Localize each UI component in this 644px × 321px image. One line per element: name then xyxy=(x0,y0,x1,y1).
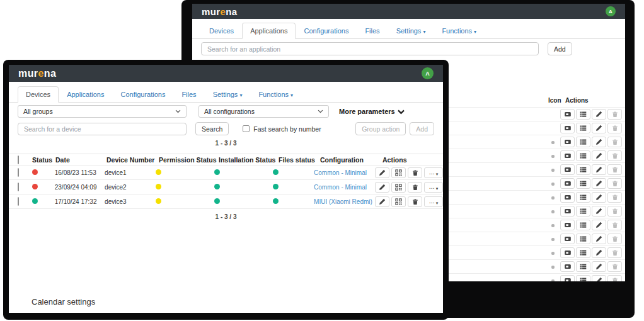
group-action-button[interactable]: Group action xyxy=(355,122,406,135)
details-button[interactable] xyxy=(576,234,590,244)
details-button[interactable] xyxy=(576,109,590,120)
thumbnail-button[interactable] xyxy=(560,206,575,217)
details-button[interactable] xyxy=(576,192,590,203)
thumbnail-button[interactable] xyxy=(560,234,575,244)
more-actions-button[interactable]: ⋯▾ xyxy=(424,167,443,178)
delete-icon xyxy=(612,222,618,228)
edit-button[interactable] xyxy=(592,192,606,203)
delete-button[interactable] xyxy=(607,206,622,217)
delete-button[interactable] xyxy=(607,150,622,161)
front-tab-functions[interactable]: Functions▾ xyxy=(250,86,301,103)
thumbnail-button[interactable] xyxy=(560,247,575,258)
row-checkbox[interactable] xyxy=(18,197,19,206)
row-checkbox[interactable] xyxy=(18,168,19,177)
details-button[interactable] xyxy=(576,123,590,133)
front-tab-files[interactable]: Files xyxy=(173,86,204,103)
edit-button[interactable] xyxy=(592,220,606,230)
delete-button[interactable] xyxy=(607,261,622,272)
edit-button[interactable] xyxy=(592,275,606,281)
thumbnail-button[interactable] xyxy=(560,178,575,189)
thumbnail-button[interactable] xyxy=(560,261,575,272)
delete-button[interactable] xyxy=(607,123,622,133)
qr-code-button[interactable] xyxy=(391,167,406,178)
front-tab-settings[interactable]: Settings▾ xyxy=(205,86,251,103)
details-button[interactable] xyxy=(576,178,590,189)
delete-button[interactable] xyxy=(408,167,422,178)
murena-logo: murena xyxy=(18,68,56,79)
thumbnail-button[interactable] xyxy=(560,164,575,175)
back-tab-files[interactable]: Files xyxy=(357,23,388,39)
delete-button[interactable] xyxy=(607,178,622,189)
qr-code-button[interactable] xyxy=(391,182,406,193)
edit-button[interactable] xyxy=(592,261,606,272)
edit-button[interactable] xyxy=(592,109,606,120)
configuration-link[interactable]: Common - Minimal xyxy=(314,169,367,176)
thumbnail-icon xyxy=(564,111,572,118)
edit-button[interactable] xyxy=(592,178,606,189)
edit-button[interactable] xyxy=(592,206,606,217)
delete-button[interactable] xyxy=(607,192,622,203)
more-parameters-toggle[interactable]: More parameters xyxy=(339,108,405,115)
front-tab-devices[interactable]: Devices xyxy=(18,86,59,103)
configuration-link[interactable]: MIUI (Xiaomi Redmi) xyxy=(314,198,372,205)
back-tab-devices[interactable]: Devices xyxy=(201,23,242,39)
details-button[interactable] xyxy=(576,164,590,175)
user-avatar[interactable]: A xyxy=(606,6,616,16)
thumbnail-button[interactable] xyxy=(560,137,575,147)
thumbnail-button[interactable] xyxy=(560,192,575,203)
delete-button[interactable] xyxy=(607,137,622,147)
edit-button[interactable] xyxy=(592,123,606,133)
back-tab-settings[interactable]: Settings▾ xyxy=(388,23,434,39)
app-icon xyxy=(551,155,555,158)
edit-button[interactable] xyxy=(592,247,606,258)
groups-select[interactable]: All groups xyxy=(18,105,187,118)
edit-button[interactable] xyxy=(592,137,606,147)
add-application-button[interactable]: Add xyxy=(548,42,572,55)
edit-button[interactable] xyxy=(375,167,389,178)
front-tab-configurations[interactable]: Configurations xyxy=(112,86,173,103)
thumbnail-button[interactable] xyxy=(560,150,575,161)
select-all-checkbox[interactable] xyxy=(18,155,19,164)
details-button[interactable] xyxy=(576,247,590,258)
device-search-input[interactable] xyxy=(18,123,187,135)
details-button[interactable] xyxy=(576,150,590,161)
details-button[interactable] xyxy=(576,275,590,281)
edit-button[interactable] xyxy=(592,164,606,175)
search-button[interactable]: Search xyxy=(195,122,229,135)
configuration-link[interactable]: Common - Minimal xyxy=(314,184,367,191)
edit-button[interactable] xyxy=(375,196,389,207)
configurations-select[interactable]: All configurations xyxy=(198,105,329,118)
edit-button[interactable] xyxy=(592,234,606,244)
details-button[interactable] xyxy=(576,261,590,272)
row-checkbox[interactable] xyxy=(18,183,19,191)
delete-button[interactable] xyxy=(607,275,622,281)
back-tab-configurations[interactable]: Configurations xyxy=(296,23,357,39)
application-search-input[interactable] xyxy=(201,42,539,55)
more-actions-button[interactable]: ⋯▾ xyxy=(424,196,443,207)
details-button[interactable] xyxy=(576,137,590,147)
thumbnail-button[interactable] xyxy=(560,220,575,230)
details-button[interactable] xyxy=(576,220,590,230)
details-button[interactable] xyxy=(576,206,590,217)
delete-button[interactable] xyxy=(408,182,422,193)
edit-button[interactable] xyxy=(592,150,606,161)
qr-code-button[interactable] xyxy=(391,196,406,207)
edit-button[interactable] xyxy=(375,182,389,193)
delete-button[interactable] xyxy=(408,196,422,207)
delete-button[interactable] xyxy=(607,247,622,258)
row-actions xyxy=(560,164,622,175)
fast-search-checkbox[interactable] xyxy=(243,125,250,132)
delete-button[interactable] xyxy=(607,234,622,244)
user-avatar[interactable]: A xyxy=(422,67,434,79)
delete-button[interactable] xyxy=(607,220,622,230)
thumbnail-button[interactable] xyxy=(560,109,575,120)
back-tab-functions[interactable]: Functions▾ xyxy=(434,23,485,39)
more-actions-button[interactable]: ⋯▾ xyxy=(424,182,443,193)
delete-button[interactable] xyxy=(607,109,622,120)
back-tab-applications[interactable]: Applications xyxy=(242,23,296,39)
delete-button[interactable] xyxy=(607,164,622,175)
add-device-button[interactable]: Add xyxy=(410,122,434,135)
thumbnail-button[interactable] xyxy=(560,123,575,133)
thumbnail-button[interactable] xyxy=(560,275,575,281)
front-tab-applications[interactable]: Applications xyxy=(59,86,112,103)
